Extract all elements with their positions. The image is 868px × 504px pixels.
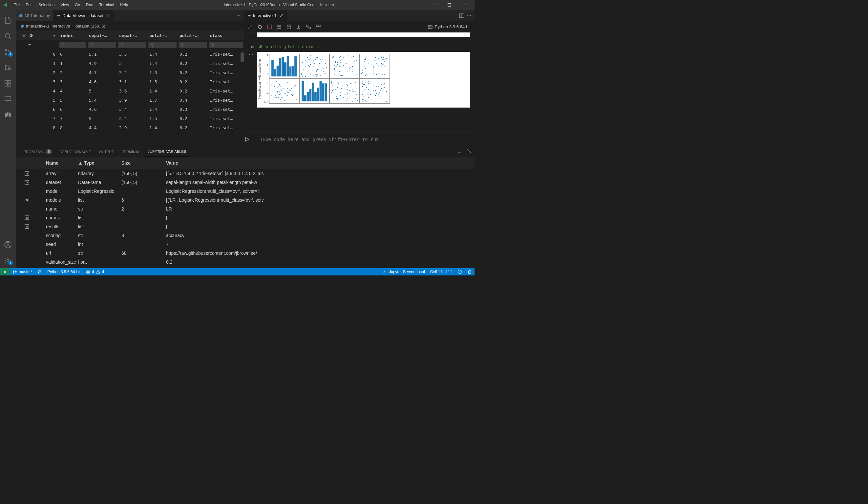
- expand-icon[interactable]: [306, 24, 311, 30]
- tab-data-viewer[interactable]: ≣ Data Viewer - dataset: [53, 10, 114, 21]
- refresh-icon[interactable]: ⟳: [30, 33, 33, 38]
- tab-interactive[interactable]: ≣ Interactive-1: [244, 10, 288, 21]
- minimize-button[interactable]: [427, 0, 442, 10]
- breadcrumb[interactable]: ⬢ Interactive-1.interactive › dataset (1…: [16, 21, 244, 31]
- table-row[interactable]: 005.13.51.40.2Iris-set…: [16, 50, 244, 59]
- maximize-button[interactable]: [442, 0, 457, 10]
- sync-button[interactable]: [35, 268, 45, 275]
- filter-input[interactable]: [208, 42, 244, 48]
- menu-go[interactable]: Go: [72, 0, 83, 10]
- vh-name[interactable]: Name: [36, 160, 78, 166]
- run-icon[interactable]: [244, 137, 257, 142]
- filter-input[interactable]: [147, 42, 177, 48]
- explorer-icon[interactable]: [0, 12, 16, 28]
- interrupt-icon[interactable]: [267, 24, 272, 29]
- variable-row[interactable]: namestr2LR: [16, 204, 475, 213]
- options-icon[interactable]: ⋮≡: [24, 43, 31, 48]
- expand-variable-icon[interactable]: [18, 180, 36, 185]
- variables-icon[interactable]: [276, 24, 281, 30]
- table-row[interactable]: 664.63.41.40.3Iris-set…: [16, 105, 244, 114]
- filter-input[interactable]: [117, 42, 147, 48]
- breadcrumb-item[interactable]: Interactive-1.interactive: [26, 24, 70, 29]
- close-button[interactable]: [457, 0, 472, 10]
- python-interpreter[interactable]: Python 3.9.6 64-bit: [45, 268, 83, 275]
- expand-variable-icon[interactable]: [18, 215, 36, 220]
- expand-variable-icon[interactable]: [18, 197, 36, 203]
- extensions-icon[interactable]: [0, 75, 16, 91]
- breadcrumb-item[interactable]: dataset (150, 5): [75, 24, 105, 29]
- close-icon[interactable]: [279, 13, 284, 18]
- export-icon[interactable]: [296, 24, 301, 30]
- variable-row[interactable]: arrayndarray(150, 5)[[5.1 3.5 1.4 0.2 'I…: [16, 169, 475, 178]
- table-row[interactable]: 555.43.91.70.4Iris-set…: [16, 95, 244, 105]
- ellipsis-icon[interactable]: …: [316, 44, 320, 49]
- variable-row[interactable]: scoringstr8accuracy: [16, 231, 475, 240]
- variable-row[interactable]: seedint7: [16, 240, 475, 249]
- filter-input[interactable]: [58, 42, 87, 48]
- problems-status[interactable]: 4 4: [83, 268, 107, 275]
- menu-help[interactable]: Help: [117, 0, 131, 10]
- feedback-icon[interactable]: [455, 268, 465, 275]
- col-header-petal-width[interactable]: petal-…: [177, 33, 208, 38]
- menu-edit[interactable]: Edit: [23, 0, 35, 10]
- collapse-icon[interactable]: [316, 24, 321, 30]
- variable-row[interactable]: resultslist[]: [16, 222, 475, 231]
- sort-up-icon[interactable]: ↑: [42, 33, 58, 38]
- clear-icon[interactable]: [248, 24, 253, 29]
- search-icon[interactable]: [0, 28, 16, 44]
- more-icon[interactable]: ⋯: [467, 13, 471, 18]
- cell-position[interactable]: Cell 11 of 11: [427, 268, 455, 275]
- vh-type[interactable]: ▲ Type: [78, 160, 122, 166]
- save-icon[interactable]: [286, 24, 291, 30]
- bookmarks-icon[interactable]: [0, 107, 16, 123]
- filter-input[interactable]: [87, 42, 117, 48]
- gutter-more-icon[interactable]: ⋯: [249, 52, 257, 107]
- variable-row[interactable]: datasetDataFrame(150, 5)sepal-length sep…: [16, 178, 475, 187]
- variable-row[interactable]: nameslist[]: [16, 213, 475, 222]
- expand-variable-icon[interactable]: [18, 171, 36, 176]
- source-control-icon[interactable]: 2: [0, 44, 16, 60]
- notifications-icon[interactable]: [465, 268, 475, 275]
- table-row[interactable]: 334.63.11.50.2Iris-set…: [16, 77, 244, 86]
- menu-view[interactable]: View: [58, 0, 72, 10]
- git-branch[interactable]: master*: [10, 268, 35, 275]
- code-input[interactable]: [257, 133, 475, 146]
- variable-row[interactable]: modelLogisticRegressicLogisticRegression…: [16, 187, 475, 196]
- menu-file[interactable]: File: [10, 0, 23, 10]
- jupyter-server[interactable]: Jupyter Server: local: [380, 268, 427, 275]
- col-header-petal-length[interactable]: petal-…: [147, 33, 177, 38]
- variable-row[interactable]: urlstr68https://raw.githubusercontent.co…: [16, 249, 475, 258]
- table-row[interactable]: 114.931.40.2Iris-set…: [16, 59, 244, 68]
- remote-explorer-icon[interactable]: [0, 91, 16, 107]
- menu-run[interactable]: Run: [83, 0, 96, 10]
- col-header-class[interactable]: class: [208, 33, 244, 38]
- run-debug-icon[interactable]: [0, 60, 16, 75]
- panel-tab-output[interactable]: OUTPUT: [95, 146, 118, 157]
- chevron-up-icon[interactable]: ︿: [458, 149, 462, 155]
- variable-row[interactable]: validation_sizefloat0.2: [16, 258, 475, 266]
- variable-row[interactable]: modelslist6[('LR', LogisticRegression(mu…: [16, 196, 475, 204]
- vh-value[interactable]: Value: [166, 160, 475, 166]
- tab-mltutorial[interactable]: ⬢ MLTutorial.py: [16, 10, 53, 21]
- restart-icon[interactable]: [257, 24, 262, 30]
- panel-tab-debug-console[interactable]: DEBUG CONSOLE: [56, 146, 95, 157]
- panel-tab-jupyter-variables[interactable]: JUPYTER: VARIABLES: [144, 146, 190, 157]
- accounts-icon[interactable]: [0, 237, 16, 252]
- col-header-sepal-length[interactable]: sepal-…: [87, 33, 117, 38]
- more-icon[interactable]: ⋯: [236, 13, 240, 18]
- scrollbar[interactable]: [240, 52, 244, 146]
- filter-icon[interactable]: [22, 33, 26, 38]
- snowflake-icon[interactable]: ✻: [249, 44, 256, 49]
- close-icon[interactable]: [105, 13, 111, 18]
- remote-indicator[interactable]: [0, 268, 10, 275]
- split-editor-icon[interactable]: [459, 13, 464, 18]
- python-env-selector[interactable]: Python 3.9.6 64-bit: [427, 24, 471, 30]
- vh-size[interactable]: Size: [122, 160, 166, 166]
- scrollbar-thumb[interactable]: [240, 52, 244, 62]
- col-header-sepal-width[interactable]: sepal-…: [117, 33, 147, 38]
- table-row[interactable]: 4453.61.40.2Iris-set…: [16, 86, 244, 95]
- table-row[interactable]: 7753.41.50.2Iris-set…: [16, 114, 244, 123]
- menu-selection[interactable]: Selection: [35, 0, 58, 10]
- table-row[interactable]: 884.42.91.40.2Iris-set…: [16, 123, 244, 132]
- table-row[interactable]: 224.73.21.30.2Iris-set…: [16, 68, 244, 77]
